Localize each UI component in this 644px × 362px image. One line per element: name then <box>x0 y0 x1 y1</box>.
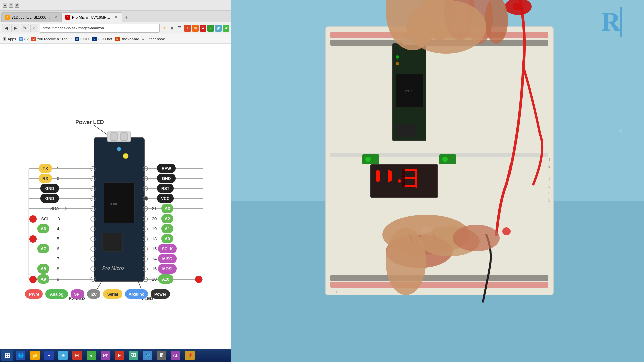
svg-point-64 <box>29 276 37 283</box>
taskbar-calculator[interactable]: 🖩 <box>155 350 168 361</box>
taskbar-app9[interactable]: 🖼 <box>127 350 140 361</box>
svg-text:SPI: SPI <box>74 292 80 297</box>
taskbar-app13[interactable]: 📌 <box>183 350 197 361</box>
svg-text:2: 2 <box>345 290 347 294</box>
bookmark-label-8k: 8k <box>24 37 29 41</box>
download-icon[interactable]: ↓ <box>184 25 191 32</box>
taskbar: ⊞ 🌐 📁 P ◈ ⊞ ● Pr F 🖼 🐦 <box>0 349 231 362</box>
svg-rect-148 <box>330 275 548 281</box>
svg-text:8: 8 <box>57 266 59 272</box>
back-button[interactable]: ◀ <box>2 24 10 32</box>
bookmark-apps[interactable]: ⊞ Apps <box>3 36 16 41</box>
photo-content: 1 2 3 ATMEL <box>231 0 644 362</box>
svg-text:10: 10 <box>152 277 157 282</box>
bookmark-blackboard[interactable]: B Blackboard <box>115 37 139 41</box>
minimize-button[interactable]: ─ <box>3 3 7 8</box>
bookmark-uoitnet[interactable]: U UOIT.net <box>92 37 112 41</box>
bookmark-icon[interactable]: ⊠ <box>169 25 175 32</box>
svg-text:GND: GND <box>45 196 54 201</box>
svg-text:A9: A9 <box>41 277 46 282</box>
ru-logo-text: R <box>601 7 619 37</box>
svg-text:RX: RX <box>42 176 48 181</box>
tab-promicro[interactable]: S Pro Micro - 5V/16MHz - DEV-12... ✕ <box>62 12 122 22</box>
taskbar-photoshop[interactable]: P <box>42 350 56 361</box>
bookmark-gmail[interactable]: M You receive a "The..." <box>31 37 72 41</box>
svg-text:2: 2 <box>65 206 67 211</box>
address-bar[interactable]: https://images-na.ssl-images-amazon... <box>40 24 160 33</box>
address-text: https://images-na.ssl-images-amazon... <box>43 26 107 30</box>
svg-rect-6 <box>104 183 134 223</box>
bookmark-8k[interactable]: 8 8k <box>19 37 29 41</box>
taskbar-explorer[interactable]: 📁 <box>28 350 42 361</box>
ext-icon5[interactable]: ★ <box>223 25 229 32</box>
svg-text:A7: A7 <box>41 246 46 251</box>
svg-text:20: 20 <box>152 216 157 221</box>
board-name-label: Pro Micro <box>102 265 124 271</box>
star-icon[interactable]: ★ <box>161 25 168 32</box>
bookmark-other[interactable]: Other book... <box>147 37 168 41</box>
svg-text:I2C: I2C <box>91 292 97 297</box>
home-button[interactable]: ⌂ <box>30 24 38 32</box>
tab-close-1[interactable]: ✕ <box>53 15 58 20</box>
maximize-button[interactable]: □ <box>9 3 13 8</box>
svg-text:0: 0 <box>57 176 59 181</box>
refresh-button[interactable]: ↻ <box>21 24 29 32</box>
bookmark-more-button[interactable]: » <box>142 37 144 41</box>
bookmark-uoit[interactable]: U UOIT <box>75 37 89 41</box>
tabs-bar: A 71DuL5IitcL_SL1000_.jpg (1000... ✕ S P… <box>0 11 231 22</box>
svg-text:1: 1 <box>57 166 59 171</box>
svg-text:RAW: RAW <box>162 166 171 171</box>
svg-point-164 <box>442 157 448 162</box>
svg-text:A6: A6 <box>41 226 46 231</box>
taskbar-premiere[interactable]: Pr <box>99 350 112 361</box>
svg-text:TX: TX <box>43 166 48 171</box>
taskbar-chrome[interactable]: ● <box>85 350 98 361</box>
svg-text:A1: A1 <box>165 226 170 231</box>
tab-favicon-1: A <box>5 15 10 20</box>
svg-text:3: 3 <box>356 290 358 294</box>
bookmark-label-bb: Blackboard <box>121 37 139 41</box>
svg-text:A0: A0 <box>165 236 170 241</box>
photo-side: 1 2 3 ATMEL <box>231 0 644 362</box>
taskbar-ie[interactable]: 🌐 <box>14 350 28 361</box>
svg-text:RST: RST <box>161 186 170 191</box>
taskbar-app4[interactable]: ◈ <box>56 350 70 361</box>
svg-point-10 <box>117 147 121 151</box>
pinout-diagram: Power LED Pro Micro ■■■ R <box>0 44 231 362</box>
taskbar-audition[interactable]: Au <box>169 350 182 361</box>
toolbar: ◀ ▶ ↻ ⌂ https://images-na.ssl-images-ama… <box>0 22 231 34</box>
start-button[interactable]: ⊞ <box>1 350 13 361</box>
ext-icon1[interactable]: ⊕ <box>192 25 199 32</box>
svg-point-205 <box>502 227 511 235</box>
page-content: Power LED Pro Micro ■■■ R <box>0 44 231 362</box>
close-button[interactable]: ✕ <box>15 3 19 8</box>
svg-point-204 <box>619 129 622 132</box>
tab-image[interactable]: A 71DuL5IitcL_SL1000_.jpg (1000... ✕ <box>1 12 62 22</box>
taskbar-flash[interactable]: F <box>113 350 126 361</box>
svg-text:Analog: Analog <box>50 292 64 297</box>
ext-icon3[interactable]: ✓ <box>207 25 214 32</box>
new-tab-button[interactable]: + <box>122 13 131 22</box>
svg-text:4: 4 <box>57 226 59 231</box>
ext-icon2[interactable]: ✗ <box>200 25 206 32</box>
bookmark-label-uoit: UOIT <box>80 37 89 41</box>
svg-text:A10: A10 <box>162 277 169 282</box>
svg-text:18: 18 <box>152 236 157 241</box>
photo-svg: 1 2 3 ATMEL <box>231 0 644 362</box>
forward-button[interactable]: ▶ <box>11 24 19 32</box>
taskbar-app10[interactable]: 🐦 <box>141 350 154 361</box>
svg-text:2: 2 <box>548 164 550 168</box>
svg-text:SDA: SDA <box>50 206 59 211</box>
menu-icon[interactable]: ☰ <box>176 25 183 32</box>
tab-label-1: 71DuL5IitcL_SL1000_.jpg (1000... <box>12 15 51 19</box>
svg-text:Power: Power <box>154 292 166 297</box>
title-bar: ─ □ ✕ <box>0 0 231 11</box>
bookmark-favicon-bb: B <box>115 37 120 41</box>
svg-point-190 <box>453 225 500 251</box>
tab-label-2: Pro Micro - 5V/16MHz - DEV-12... <box>72 15 112 19</box>
tab-close-2[interactable]: ✕ <box>114 15 118 20</box>
svg-text:ATMEL: ATMEL <box>404 89 414 93</box>
window-controls: ─ □ ✕ <box>3 3 19 8</box>
taskbar-app5[interactable]: ⊞ <box>70 350 84 361</box>
ext-icon4[interactable]: ◉ <box>215 25 222 32</box>
